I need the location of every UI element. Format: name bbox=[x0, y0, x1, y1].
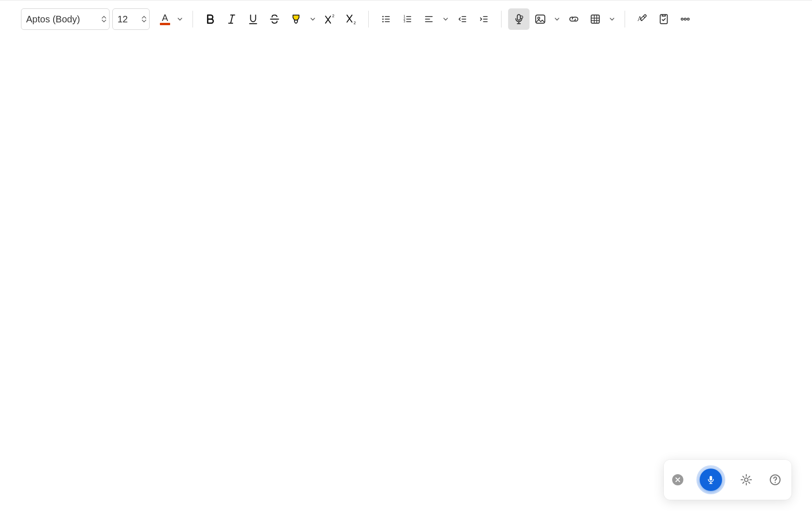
more-options-button[interactable] bbox=[674, 8, 696, 30]
svg-point-15 bbox=[684, 18, 686, 20]
font-size-input[interactable] bbox=[113, 9, 149, 29]
numbered-list-icon: 1 2 3 bbox=[402, 14, 413, 24]
svg-rect-8 bbox=[517, 14, 521, 20]
font-size-select[interactable] bbox=[112, 8, 150, 30]
font-color-dropdown[interactable] bbox=[174, 8, 186, 30]
separator bbox=[193, 11, 193, 28]
insert-picture-button[interactable] bbox=[530, 8, 551, 30]
styles-button[interactable]: A bbox=[632, 8, 653, 30]
dictate-icon bbox=[513, 13, 525, 25]
document-canvas[interactable] bbox=[0, 38, 812, 511]
svg-text:3: 3 bbox=[404, 20, 406, 23]
help-icon bbox=[769, 473, 782, 486]
dictation-mic-button[interactable] bbox=[696, 465, 725, 494]
styles-icon: A bbox=[636, 13, 648, 25]
picture-dropdown[interactable] bbox=[551, 8, 563, 30]
svg-text:2: 2 bbox=[332, 14, 334, 18]
svg-point-16 bbox=[687, 18, 689, 20]
svg-point-10 bbox=[538, 17, 540, 19]
svg-point-2 bbox=[382, 16, 384, 17]
italic-icon bbox=[226, 13, 238, 25]
align-dropdown[interactable] bbox=[440, 8, 452, 30]
dictate-button[interactable] bbox=[508, 8, 530, 30]
highlight-dropdown[interactable] bbox=[307, 8, 319, 30]
separator bbox=[501, 11, 502, 28]
underline-icon bbox=[247, 13, 259, 25]
svg-rect-9 bbox=[536, 15, 545, 23]
svg-rect-17 bbox=[709, 476, 712, 481]
svg-point-4 bbox=[382, 21, 384, 22]
font-name-input[interactable] bbox=[21, 9, 109, 29]
dictation-close-button[interactable] bbox=[672, 474, 683, 485]
align-left-icon bbox=[424, 14, 434, 24]
dictation-panel bbox=[664, 460, 791, 500]
dictation-settings-button[interactable] bbox=[738, 472, 754, 488]
dictation-help-button[interactable] bbox=[767, 472, 783, 488]
font-name-select[interactable] bbox=[21, 8, 110, 30]
superscript-icon: 2 bbox=[323, 13, 336, 25]
strikethrough-icon bbox=[268, 13, 281, 25]
picture-icon bbox=[534, 13, 546, 25]
more-icon bbox=[679, 13, 691, 25]
increase-indent-icon bbox=[479, 14, 489, 24]
svg-point-20 bbox=[775, 482, 776, 483]
gear-icon bbox=[740, 473, 753, 486]
close-icon bbox=[675, 477, 680, 482]
font-color-letter-icon: A bbox=[162, 13, 168, 22]
highlight-button[interactable] bbox=[285, 8, 307, 30]
svg-text:2: 2 bbox=[353, 21, 356, 25]
decrease-indent-button[interactable] bbox=[452, 8, 473, 30]
svg-point-14 bbox=[681, 18, 683, 20]
table-icon bbox=[589, 13, 601, 25]
editor-icon bbox=[658, 13, 670, 25]
svg-point-3 bbox=[382, 19, 384, 20]
align-button[interactable] bbox=[418, 8, 440, 30]
bulleted-list-button[interactable] bbox=[375, 8, 397, 30]
numbered-list-button[interactable]: 1 2 3 bbox=[397, 8, 418, 30]
bulleted-list-icon bbox=[381, 14, 391, 24]
italic-button[interactable] bbox=[221, 8, 242, 30]
microphone-icon bbox=[706, 475, 716, 485]
superscript-button[interactable]: 2 bbox=[319, 8, 340, 30]
mic-circle bbox=[700, 469, 722, 491]
editor-button[interactable] bbox=[653, 8, 674, 30]
table-dropdown[interactable] bbox=[606, 8, 618, 30]
insert-table-button[interactable] bbox=[585, 8, 606, 30]
decrease-indent-icon bbox=[457, 14, 468, 24]
highlight-icon bbox=[290, 13, 302, 25]
link-icon bbox=[568, 13, 580, 25]
underline-button[interactable] bbox=[242, 8, 264, 30]
bold-button[interactable] bbox=[200, 8, 221, 30]
svg-text:A: A bbox=[637, 14, 642, 22]
bold-icon bbox=[204, 13, 216, 25]
insert-link-button[interactable] bbox=[563, 8, 585, 30]
separator bbox=[625, 11, 625, 28]
font-color-swatch bbox=[160, 23, 170, 25]
strikethrough-button[interactable] bbox=[264, 8, 285, 30]
svg-rect-11 bbox=[591, 15, 599, 23]
increase-indent-button[interactable] bbox=[473, 8, 495, 30]
separator bbox=[368, 11, 369, 28]
subscript-icon: 2 bbox=[345, 13, 357, 25]
font-color-button[interactable]: A bbox=[156, 8, 174, 30]
svg-point-18 bbox=[744, 478, 748, 481]
formatting-toolbar: A 2 bbox=[0, 0, 812, 38]
subscript-button[interactable]: 2 bbox=[340, 8, 362, 30]
